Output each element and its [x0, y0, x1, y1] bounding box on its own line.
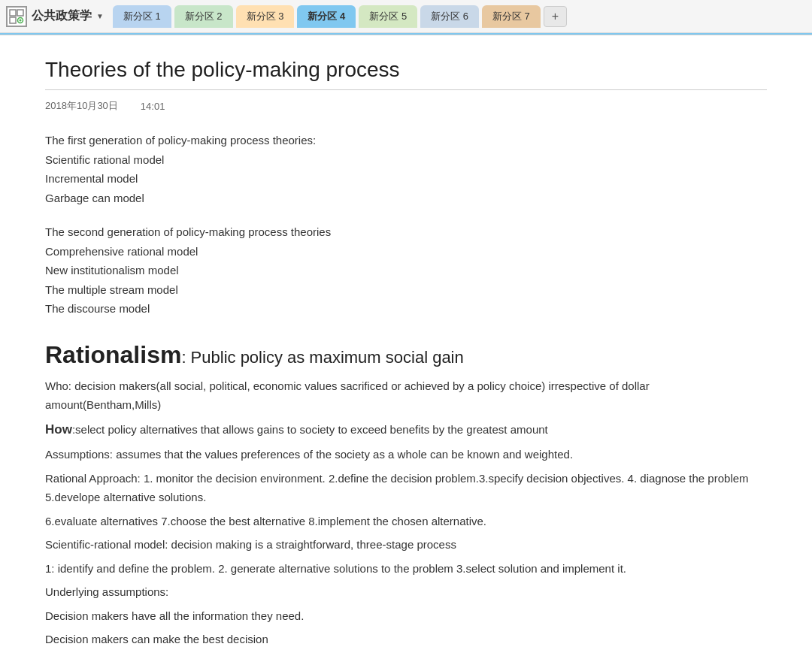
dropdown-arrow-icon[interactable]: ▼: [96, 12, 104, 20]
rationalism-bold: Rationalism: [45, 341, 181, 368]
first-gen-block: The first generation of policy-making pr…: [45, 131, 767, 207]
how-line: How:select policy alternatives that allo…: [45, 419, 767, 441]
second-gen-block: The second generation of policy-making p…: [45, 222, 767, 319]
rationalism-normal: : Public policy as maximum social gain: [181, 348, 463, 367]
page-title: Theories of the policy-making process: [45, 58, 767, 90]
body-line-5: 6.evaluate alternatives 7.choose the bes…: [45, 512, 767, 531]
body-line-1: Who: decision makers(all social, politic…: [45, 376, 767, 415]
body-line-4: Rational Approach: 1. monitor the decisi…: [45, 469, 767, 507]
first-gen-item-3: Garbage can model: [45, 189, 767, 208]
tab-section-3[interactable]: 新分区 3: [236, 5, 295, 28]
first-gen-intro: The first generation of policy-making pr…: [45, 131, 767, 150]
top-bar: 公共政策学 ▼ 新分区 1 新分区 2 新分区 3 新分区 4 新分区 5 新分…: [0, 0, 812, 33]
second-gen-item-3: The multiple stream model: [45, 280, 767, 300]
second-gen-item-1: Comprehensive rational model: [45, 242, 767, 261]
tab-section-7[interactable]: 新分区 7: [482, 5, 541, 28]
add-tab-button[interactable]: +: [544, 6, 567, 27]
second-gen-item-2: New institutionalism model: [45, 261, 767, 280]
first-gen-item-1: Scientific rational model: [45, 150, 767, 170]
body-line-10: Decision makers can make the best decisi…: [45, 630, 767, 649]
app-title: 公共政策学: [32, 8, 92, 24]
body-line-8: Underlying assumptions:: [45, 582, 767, 602]
second-gen-item-4: The discourse model: [45, 299, 767, 319]
rationalism-heading: Rationalism: Public policy as maximum so…: [45, 341, 464, 368]
body-line-6: Scientific-rational model: decision maki…: [45, 535, 767, 555]
second-gen-intro: The second generation of policy-making p…: [45, 222, 767, 242]
app-icon-area[interactable]: 公共政策学 ▼: [6, 6, 104, 27]
tab-section-4[interactable]: 新分区 4: [297, 5, 356, 28]
page-date: 2018年10月30日: [45, 99, 118, 113]
meta-row: 2018年10月30日 14:01: [45, 99, 767, 113]
body-line-3: Assumptions: assumes that the values pre…: [45, 445, 767, 464]
svg-rect-0: [10, 10, 16, 16]
svg-rect-1: [17, 10, 23, 16]
app-icon: [6, 6, 27, 27]
tab-section-6[interactable]: 新分区 6: [420, 5, 479, 28]
how-suffix: :select policy alternatives that allows …: [72, 423, 548, 436]
tabs-container: 新分区 1 新分区 2 新分区 3 新分区 4 新分区 5 新分区 6 新分区 …: [113, 5, 567, 28]
page-time: 14:01: [141, 101, 165, 112]
tab-section-1[interactable]: 新分区 1: [113, 5, 171, 28]
first-gen-item-2: Incremental model: [45, 169, 767, 189]
body-line-9: Decision makers have all the information…: [45, 606, 767, 626]
main-content: Theories of the policy-making process 20…: [0, 35, 812, 671]
how-bold: How: [45, 422, 72, 437]
tab-section-2[interactable]: 新分区 2: [174, 5, 233, 28]
svg-rect-2: [10, 17, 16, 23]
tab-section-5[interactable]: 新分区 5: [359, 5, 417, 28]
body-line-7: 1: identify and define the problem. 2. g…: [45, 559, 767, 579]
rationalism-heading-container: Rationalism: Public policy as maximum so…: [45, 341, 767, 369]
